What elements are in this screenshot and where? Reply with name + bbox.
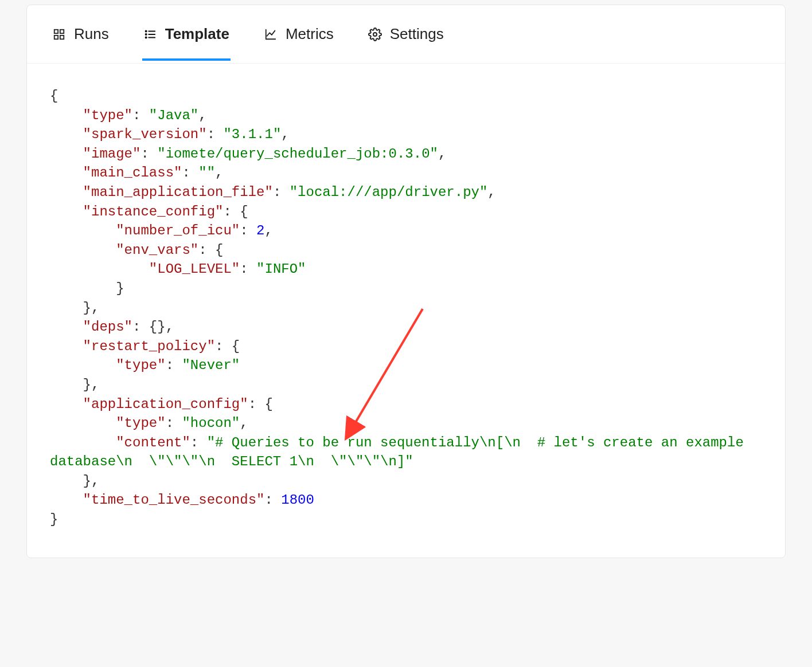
- svg-rect-2: [54, 35, 58, 38]
- grid-icon: [52, 28, 66, 41]
- tab-settings[interactable]: Settings: [367, 19, 445, 60]
- svg-point-9: [145, 37, 146, 38]
- tab-metrics[interactable]: Metrics: [263, 19, 335, 60]
- gear-icon: [368, 28, 382, 41]
- tab-label: Template: [165, 25, 229, 43]
- svg-point-7: [145, 30, 146, 32]
- svg-rect-1: [60, 29, 64, 33]
- tab-label: Settings: [390, 25, 444, 43]
- tab-template[interactable]: Template: [142, 19, 231, 60]
- svg-point-8: [145, 33, 146, 34]
- svg-rect-3: [60, 35, 64, 38]
- tab-runs[interactable]: Runs: [51, 19, 110, 60]
- content-card: Runs Template Metrics: [26, 5, 786, 558]
- tab-label: Metrics: [286, 25, 334, 43]
- template-json-viewer: { "type": "Java", "spark_version": "3.1.…: [27, 64, 785, 558]
- chart-line-icon: [264, 28, 278, 41]
- svg-rect-0: [54, 29, 58, 33]
- svg-point-10: [373, 33, 377, 36]
- tab-label: Runs: [74, 25, 109, 43]
- list-icon: [143, 28, 157, 41]
- tabs-bar: Runs Template Metrics: [27, 5, 785, 64]
